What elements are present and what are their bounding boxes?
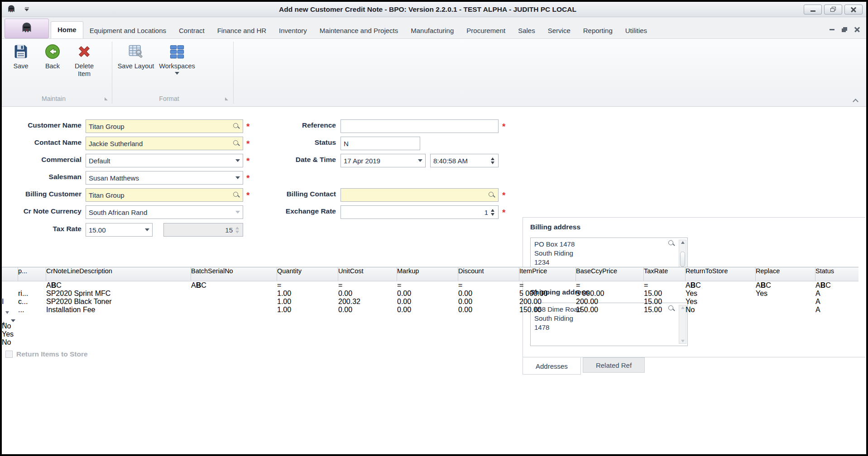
tab-equipment-and-locations[interactable]: Equipment and Locations <box>83 23 173 38</box>
application-menu-button[interactable] <box>5 19 49 38</box>
chevron-down-icon[interactable] <box>145 228 149 231</box>
search-icon[interactable] <box>668 240 675 247</box>
scroll-up-icon[interactable] <box>681 241 685 244</box>
header-taxrate[interactable]: TaxRate <box>644 267 686 281</box>
spinner-icons[interactable] <box>490 209 495 216</box>
mdi-close-icon[interactable] <box>854 27 860 32</box>
tab-contract[interactable]: Contract <box>173 23 211 38</box>
cell-replace[interactable]: Yes <box>756 290 815 298</box>
cell-batchserialno[interactable] <box>191 298 277 306</box>
filter-discount[interactable]: = <box>458 281 519 290</box>
cell-returntostore[interactable]: No <box>686 306 756 314</box>
table-row[interactable]: ri... SP2020 Sprint MFC 1.00 0.00 0.00 0… <box>2 290 858 298</box>
cell-unitcost[interactable]: 200.32 <box>338 298 397 306</box>
back-button[interactable]: Back <box>38 42 67 70</box>
cell-description[interactable]: SP2020 Black Toner <box>46 298 191 306</box>
filter-p[interactable] <box>18 281 46 290</box>
table-row-selected[interactable]: I c... SP2020 Black Toner 1.00 200.32 0.… <box>2 298 858 306</box>
cell-discount[interactable]: 0.00 <box>458 290 519 298</box>
salesman-dropdown[interactable]: Susan Matthews <box>86 171 243 185</box>
exchange-rate-spinner[interactable]: 1 <box>340 205 499 219</box>
cell-baseccyprice[interactable]: 200.00 <box>576 298 644 306</box>
header-itemprice[interactable]: ItemPrice <box>519 267 576 281</box>
spinner-icons[interactable] <box>490 157 495 164</box>
cr-note-currency-dropdown[interactable]: South African Rand <box>86 205 243 219</box>
cell-itemprice[interactable]: 5 000.00 <box>519 290 576 298</box>
grid-vertical-scrollbar[interactable] <box>2 314 866 322</box>
chevron-down-icon[interactable] <box>418 159 422 162</box>
filter-unitcost[interactable]: = <box>338 281 397 290</box>
tab-manufacturing[interactable]: Manufacturing <box>404 23 460 38</box>
date-picker[interactable]: 17 Apr 2019 <box>340 154 426 167</box>
cell-taxrate[interactable]: 15.00 <box>644 290 686 298</box>
cell-discount[interactable]: 0.00 <box>458 306 519 314</box>
cell-batchserialno[interactable] <box>191 306 277 314</box>
cell-taxrate[interactable]: 15.00 <box>644 306 686 314</box>
cell-unitcost[interactable]: 0.00 <box>338 306 397 314</box>
cell-itemprice[interactable]: 150.00 <box>519 306 576 314</box>
cell-itemprice[interactable]: 200.00 <box>519 298 576 306</box>
close-button[interactable] <box>844 5 863 14</box>
filter-baseccyprice[interactable]: = <box>576 281 644 290</box>
cell-description[interactable]: Installation Fee <box>46 306 191 314</box>
header-baseccyprice[interactable]: BaseCcyPrice <box>576 267 644 281</box>
header-markup[interactable]: Markup <box>397 267 458 281</box>
tab-sales[interactable]: Sales <box>512 23 542 38</box>
cell-discount[interactable]: 0.00 <box>458 298 519 306</box>
cell-replace[interactable] <box>756 306 815 314</box>
header-batchserialno[interactable]: BatchSerialNo <box>191 267 277 281</box>
replace-editor-dropdown-button[interactable] <box>11 319 15 330</box>
tab-home[interactable]: Home <box>51 21 83 38</box>
filter-batchserialno[interactable]: ABC <box>191 281 277 290</box>
commercial-dropdown[interactable]: Default <box>86 154 243 167</box>
minimize-button[interactable] <box>804 5 822 14</box>
mdi-minimize-icon[interactable] <box>830 29 834 30</box>
billing-contact-field[interactable] <box>340 188 499 202</box>
filter-returntostore[interactable]: ABC <box>686 281 756 290</box>
tab-service[interactable]: Service <box>542 23 577 38</box>
cell-status[interactable]: A <box>815 298 858 306</box>
cell-quantity[interactable]: 1.00 <box>277 306 338 314</box>
chevron-down-icon[interactable] <box>235 176 240 179</box>
scroll-down-icon[interactable] <box>5 311 9 322</box>
cell-p[interactable]: ri... <box>18 290 46 298</box>
dropdown-option-yes[interactable]: Yes <box>2 330 866 338</box>
tab-utilities[interactable]: Utilities <box>619 23 653 38</box>
delete-item-button[interactable]: Delete Item <box>70 42 99 78</box>
time-spinner[interactable]: 8:40:58 AM <box>430 154 499 167</box>
filter-taxrate[interactable]: = <box>644 281 686 290</box>
header-quantity[interactable]: Quantity <box>277 267 338 281</box>
filter-replace[interactable]: ABC <box>756 281 815 290</box>
table-row[interactable]: ... Installation Fee 1.00 0.00 0.00 0.00… <box>2 306 858 314</box>
reference-input[interactable] <box>340 119 499 133</box>
billing-customer-field[interactable]: Titan Group <box>86 188 243 202</box>
header-unitcost[interactable]: UnitCost <box>338 267 397 281</box>
cell-status[interactable]: A <box>815 306 858 314</box>
dialog-launcher-icon[interactable] <box>225 97 228 100</box>
cell-p[interactable]: ... <box>18 306 46 314</box>
cell-unitcost[interactable]: 0.00 <box>338 290 397 298</box>
cell-p[interactable]: c... <box>18 298 46 306</box>
cell-baseccyprice[interactable]: 5 000.00 <box>576 290 644 298</box>
filter-crnotelinedescription[interactable]: ABC <box>46 281 191 290</box>
save-button[interactable]: Save <box>6 42 35 70</box>
cell-quantity[interactable]: 1.00 <box>277 290 338 298</box>
cell-batchserialno[interactable] <box>191 290 277 298</box>
collapse-ribbon-icon[interactable] <box>854 98 859 102</box>
cell-returntostore[interactable]: Yes <box>686 298 756 306</box>
return-items-to-store-checkbox[interactable]: Return Items to Store <box>5 350 88 358</box>
dialog-launcher-icon[interactable] <box>105 97 108 100</box>
header-crnotelinedescription[interactable]: CrNoteLineDescription <box>46 267 191 281</box>
status-input[interactable] <box>340 137 420 150</box>
workspaces-button[interactable]: Workspaces <box>158 42 197 75</box>
header-status[interactable]: Status <box>815 267 858 281</box>
replace-combo-editor[interactable]: No <box>2 322 866 330</box>
tab-inventory[interactable]: Inventory <box>273 23 313 38</box>
tab-maintenance-and-projects[interactable]: Maintenance and Projects <box>313 23 404 38</box>
header-p[interactable]: p... <box>18 267 46 281</box>
cell-markup[interactable]: 0.00 <box>397 298 458 306</box>
tab-finance-and-hr[interactable]: Finance and HR <box>211 23 273 38</box>
search-icon[interactable] <box>488 191 495 199</box>
scrollbar-thumb[interactable] <box>680 252 685 267</box>
dropdown-option-no[interactable]: No <box>2 338 866 347</box>
